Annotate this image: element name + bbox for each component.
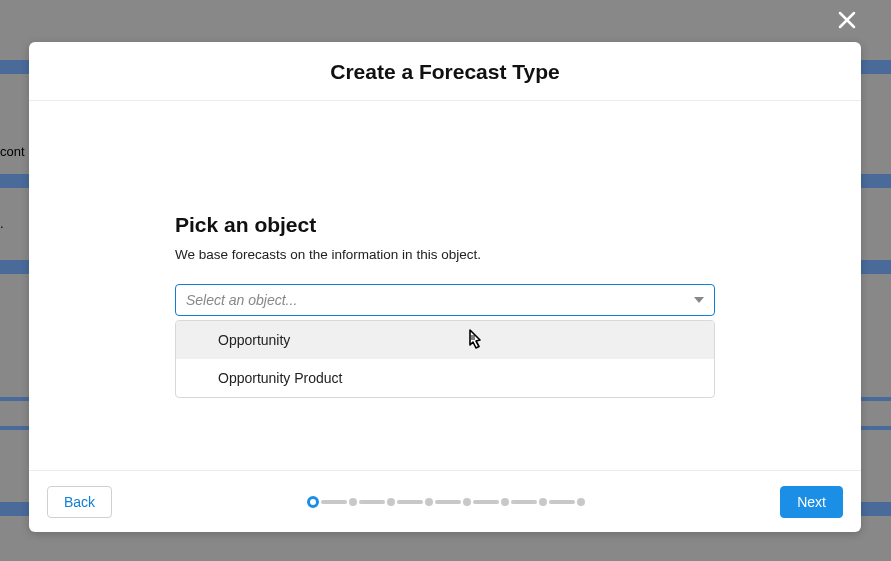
next-button[interactable]: Next: [780, 486, 843, 518]
step-dot: [501, 498, 509, 506]
step-line: [397, 500, 423, 504]
close-icon[interactable]: [833, 6, 861, 34]
select-placeholder: Select an object...: [186, 292, 297, 308]
back-button[interactable]: Back: [47, 486, 112, 518]
step-dot-current: [307, 496, 319, 508]
step-dot: [539, 498, 547, 506]
modal-title: Create a Forecast Type: [29, 60, 861, 84]
object-dropdown: Opportunity Opportunity Product: [175, 320, 715, 398]
step-dot: [349, 498, 357, 506]
step-indicator: [307, 496, 585, 508]
modal-footer: Back Next: [29, 470, 861, 532]
modal-body: Pick an object We base forecasts on the …: [29, 101, 861, 470]
step-line: [549, 500, 575, 504]
dropdown-option-opportunity-product[interactable]: Opportunity Product: [176, 359, 714, 397]
dropdown-option-opportunity[interactable]: Opportunity: [176, 321, 714, 359]
modal-dialog: Create a Forecast Type Pick an object We…: [29, 42, 861, 532]
option-label: Opportunity: [218, 332, 290, 348]
bg-text: cont: [0, 144, 25, 159]
pointer-cursor-icon: [458, 325, 490, 357]
step-dot: [463, 498, 471, 506]
option-label: Opportunity Product: [218, 370, 343, 386]
step-dot: [425, 498, 433, 506]
step-line: [435, 500, 461, 504]
step-line: [321, 500, 347, 504]
step-line: [473, 500, 499, 504]
content-area: Pick an object We base forecasts on the …: [175, 101, 715, 398]
modal-header: Create a Forecast Type: [29, 42, 861, 101]
step-line: [359, 500, 385, 504]
section-description: We base forecasts on the information in …: [175, 247, 715, 262]
chevron-down-icon: [694, 297, 704, 303]
step-line: [511, 500, 537, 504]
step-dot: [387, 498, 395, 506]
bg-text: .: [0, 216, 4, 231]
modal-backdrop: cont . Create a Forecast Type Pick an ob…: [0, 0, 891, 561]
section-title: Pick an object: [175, 213, 715, 237]
object-select[interactable]: Select an object...: [175, 284, 715, 316]
step-dot: [577, 498, 585, 506]
